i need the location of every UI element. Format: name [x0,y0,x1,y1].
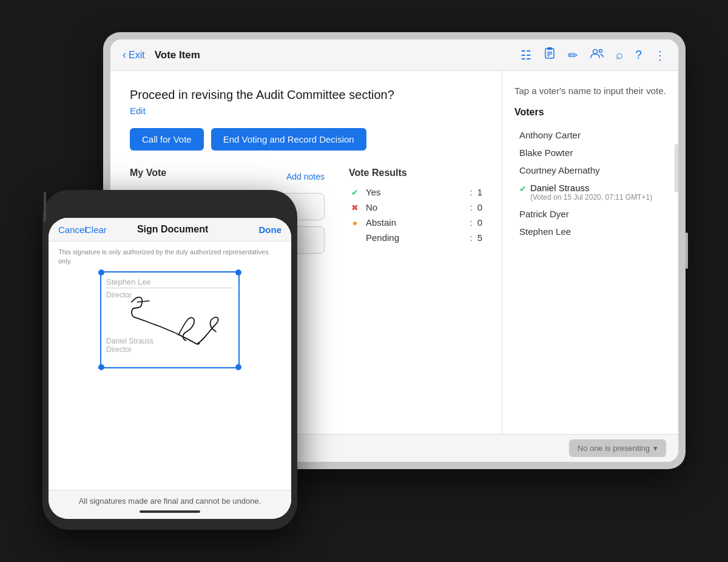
result-no: ✖ No : 0 [349,202,482,212]
phone-instruction-text: This signature is only authorized by the… [58,248,281,266]
voter-daniel[interactable]: ✔ Daniel Strauss (Voted on 15 Jul 2020, … [514,179,666,205]
svg-point-5 [593,50,597,54]
voter-name: Courtney Abernathy [519,165,600,175]
phone-screen: Cancel Clear Sign Document Done This sig… [49,218,291,519]
no-icon: ✖ [349,203,361,212]
question-text: Proceed in revising the Audit Committee … [130,88,482,102]
vote-results-column: Vote Results ✔ Yes : 1 ✖ No : [349,168,482,260]
voter-name: Blake Powter [519,147,573,158]
yes-count: 1 [477,187,482,197]
voter-name-block: Daniel Strauss (Voted on 15 Jul 2020, 07… [530,183,652,201]
dropdown-arrow-icon: ▾ [653,444,658,453]
phone-footer-text: All signatures made are final and cannot… [58,496,281,506]
svg-rect-0 [545,49,554,58]
no-result-label: No [366,202,465,212]
svg-rect-1 [547,47,552,50]
action-buttons: Call for Vote End Voting and Record Deci… [130,128,482,151]
my-vote-label: My Vote [130,168,166,178]
signature-area[interactable]: Stephen Lee Director Daniel Strauss Dire… [100,271,240,368]
edit-link[interactable]: Edit [130,106,482,116]
voter-name: Daniel Strauss [530,183,652,193]
yes-result-label: Yes [366,187,465,197]
voted-check-icon: ✔ [519,184,527,194]
result-yes: ✔ Yes : 1 [349,187,482,197]
phone-notch [49,198,291,215]
pending-result-label: Pending [366,232,465,243]
tablet-side-button [686,232,688,269]
chevron-left-icon: ‹ [123,49,126,61]
voter-courtney[interactable]: Courtney Abernathy [514,161,666,179]
phone-device: Cancel Clear Sign Document Done This sig… [42,190,297,530]
voter-name: Anthony Carter [519,130,581,140]
voter-name: Patrick Dyer [519,209,569,219]
abstain-icon: ● [349,218,361,228]
yes-icon: ✔ [349,188,361,197]
abstain-count: 0 [477,217,482,228]
voter-instruction: Tap a voter's name to input their vote. [514,86,666,96]
voter-patrick[interactable]: Patrick Dyer [514,205,666,223]
voter-name: Stephen Lee [519,226,571,237]
result-pending: Pending : 5 [349,232,482,243]
phone-done-button[interactable]: Done [258,225,281,235]
phone-cancel-button[interactable]: Cancel [58,225,87,235]
header-icons: ☷ ✏ ⌕ ? ⋮ [521,47,666,63]
voter-anthony[interactable]: Anthony Carter [514,126,666,144]
pending-count: 5 [477,232,482,243]
pencil-icon[interactable]: ✏ [568,48,578,63]
sig-name2: Daniel Strauss [106,337,153,345]
tablet-header: ‹ Exit Vote Item ☷ ✏ ⌕ ? ⋮ [110,39,678,71]
call-for-vote-button[interactable]: Call for Vote [130,128,204,151]
no-count: 0 [477,202,482,212]
voters-title: Voters [514,107,666,118]
no-presenting-label: No one is presenting [578,444,650,453]
help-icon[interactable]: ? [635,48,642,62]
phone-home-bar [140,510,200,513]
add-notes-link[interactable]: Add notes [286,172,325,181]
result-abstain: ● Abstain : 0 [349,217,482,228]
search-icon[interactable]: ⌕ [616,48,623,62]
users-icon[interactable] [590,47,604,63]
sig-role2: Director [106,345,132,354]
phone-body: This signature is only authorized by the… [49,242,291,490]
more-icon[interactable]: ⋮ [654,48,666,63]
clipboard-icon[interactable] [544,47,556,63]
abstain-result-label: Abstain [366,217,465,228]
right-panel: Tap a voter's name to input their vote. … [502,71,678,434]
phone-footer: All signatures made are final and cannot… [49,490,291,519]
phone-title: Sign Document [137,224,208,235]
back-label: Exit [129,50,145,61]
list-icon[interactable]: ☷ [521,48,531,63]
back-button[interactable]: ‹ Exit [123,49,145,61]
voter-timestamp: (Voted on 15 Jul 2020, 07:11 GMT+1) [530,193,652,201]
voter-blake[interactable]: Blake Powter [514,144,666,161]
end-voting-button[interactable]: End Voting and Record Decision [211,128,366,151]
phone-clear-button[interactable]: Clear [85,225,107,235]
phone-side-button [44,192,46,222]
page-title: Vote Item [155,49,521,61]
no-presenting-button[interactable]: No one is presenting ▾ [569,439,666,457]
svg-point-6 [599,50,602,53]
phone-header: Cancel Clear Sign Document Done [49,218,291,242]
voter-stephen[interactable]: Stephen Lee [514,223,666,240]
results-title: Vote Results [349,168,482,178]
